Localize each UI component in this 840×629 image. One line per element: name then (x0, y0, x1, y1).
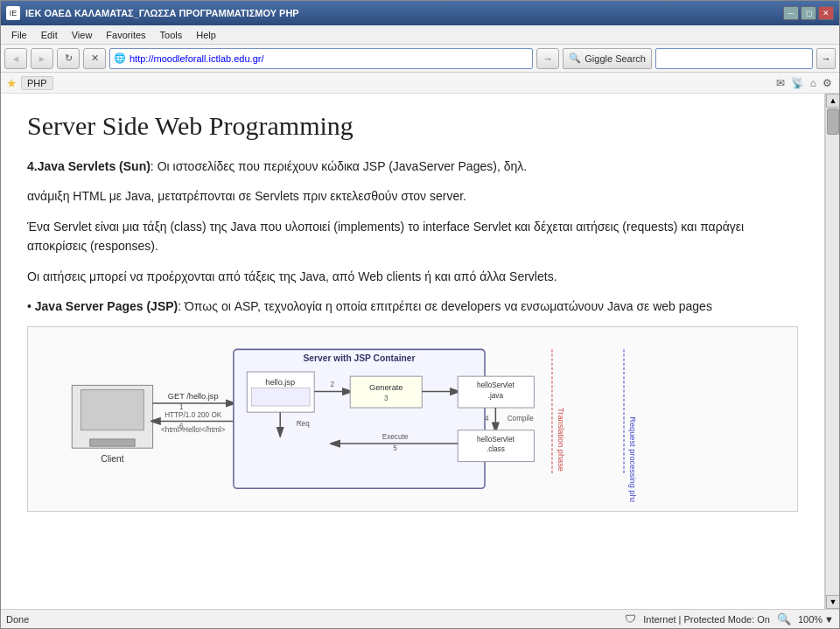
para1-bold: 4.Java Servlets (Sun) (27, 159, 150, 173)
svg-text:4: 4 (485, 416, 489, 423)
para5-rest: : Όπως οι ASP, τεχνολογία η οποία επιτρέ… (178, 299, 712, 313)
svg-text:1: 1 (179, 403, 184, 411)
scroll-up-button[interactable]: ▲ (826, 94, 839, 108)
toolbar-rss-icon[interactable]: 📡 (789, 75, 806, 91)
main-area: Server Side Web Programming 4.Java Servl… (1, 94, 839, 609)
toolbar-mail-icon[interactable]: ✉ (774, 75, 787, 91)
search-engine-badge: 🔍 Giggle Search (563, 48, 652, 69)
address-bar-container: 🌐 (109, 48, 533, 69)
para1-rest: : Οι ιστοσελίδες που περιέχουν κώδικα JS… (150, 159, 527, 173)
svg-text:Client: Client (101, 454, 123, 464)
forward-icon: ► (38, 53, 47, 64)
svg-text:.class: .class (486, 446, 504, 454)
svg-text:3: 3 (383, 395, 388, 402)
para5-bullet: • (27, 299, 32, 313)
svg-text:HTTP/1.0 200 OK: HTTP/1.0 200 OK (164, 412, 222, 420)
close-button[interactable]: ✕ (818, 6, 834, 20)
protection-status: Internet | Protected Mode: On (643, 614, 770, 625)
zoom-dropdown-icon[interactable]: ▼ (824, 614, 834, 625)
favorites-star-icon: ★ (6, 76, 18, 90)
svg-text:5: 5 (393, 445, 397, 453)
scroll-track (826, 108, 839, 595)
zoom-icon: 🔍 (777, 612, 791, 626)
svg-rect-11 (233, 350, 484, 489)
menu-edit[interactable]: Edit (34, 28, 65, 42)
menu-view[interactable]: View (65, 28, 100, 42)
jsp-diagram: Client GET /hello.jsp 1 HTTP/1.0 200 OK … (27, 326, 798, 512)
svg-rect-2 (89, 439, 134, 446)
search-go-button[interactable]: → (816, 48, 836, 69)
refresh-button[interactable]: ↻ (57, 48, 80, 69)
address-input[interactable] (130, 53, 528, 64)
svg-text:2: 2 (330, 381, 334, 389)
svg-text:<html>Hello!</html>: <html>Hello!</html> (161, 426, 225, 434)
minimize-button[interactable]: ─ (783, 6, 799, 20)
para5-bold: Java Server Pages (JSP) (35, 299, 178, 313)
restore-button[interactable]: ◻ (801, 6, 816, 20)
svg-rect-1 (80, 390, 144, 430)
window-controls: ─ ◻ ✕ (783, 6, 834, 20)
search-input[interactable] (655, 48, 813, 69)
content-pane: Server Side Web Programming 4.Java Servl… (1, 94, 825, 609)
paragraph-1: 4.Java Servlets (Sun): Οι ιστοσελίδες πο… (27, 157, 798, 176)
svg-rect-15 (251, 388, 310, 407)
diagram-svg: Client GET /hello.jsp 1 HTTP/1.0 200 OK … (63, 336, 763, 502)
browser-window: IE ΙΕΚ ΟΑΕΔ ΚΑΛΑΜΑΤΑΣ_ΓΛΩΣΣΑ ΠΡΟΓΡΑΜΜΑΤΙ… (0, 0, 840, 629)
status-text: Done (6, 614, 616, 625)
toolbar-right: ✉ 📡 ⌂ ⚙ (774, 75, 834, 91)
svg-text:Execute: Execute (382, 433, 408, 441)
bookmark-php[interactable]: PHP (21, 76, 53, 90)
svg-text:hello.jsp: hello.jsp (265, 379, 295, 388)
paragraph-2: ανάμιξη HTML με Java, μετατρέπονται σε S… (27, 186, 798, 206)
svg-text:Server with JSP Container: Server with JSP Container (303, 353, 415, 363)
title-bar-left: IE ΙΕΚ ΟΑΕΔ ΚΑΛΑΜΑΤΑΣ_ΓΛΩΣΣΑ ΠΡΟΓΡΑΜΜΑΤΙ… (6, 6, 299, 20)
svg-text:Request processing phase: Request processing phase (628, 417, 637, 502)
nav-right: 🔍 Giggle Search → (563, 48, 836, 69)
svg-rect-18 (350, 376, 422, 408)
zoom-value: 100% (798, 614, 822, 625)
svg-text:Translation phase: Translation phase (556, 408, 565, 472)
svg-text:helloServlet: helloServlet (476, 436, 514, 444)
paragraph-4: Οι αιτήσεις μπορεί να προέρχονται από τά… (27, 267, 798, 286)
back-icon: ◄ (11, 53, 21, 64)
go-button[interactable]: → (536, 48, 559, 69)
menu-bar: File Edit View Favorites Tools Help (1, 25, 839, 45)
status-right: 🛡 Internet | Protected Mode: On 🔍 100% ▼ (625, 612, 834, 626)
toolbar-tools-icon[interactable]: ⚙ (821, 75, 834, 91)
menu-tools[interactable]: Tools (153, 28, 190, 42)
toolbar-home-icon[interactable]: ⌂ (808, 75, 818, 91)
paragraph-3: Ένα Servlet είναι μια τάξη (class) της J… (27, 217, 798, 256)
paragraph-5: • Java Server Pages (JSP): Όπως οι ASP, … (27, 297, 798, 316)
window-title: ΙΕΚ ΟΑΕΔ ΚΑΛΑΜΑΤΑΣ_ΓΛΩΣΣΑ ΠΡΟΓΡΑΜΜΑΤΙΣΜΟ… (25, 8, 299, 18)
svg-text:GET /hello.jsp: GET /hello.jsp (167, 392, 218, 401)
menu-help[interactable]: Help (189, 28, 223, 42)
refresh-icon: ↻ (65, 52, 73, 64)
svg-text:Req: Req (296, 420, 309, 428)
svg-text:Generate: Generate (369, 383, 402, 392)
nav-bar: ◄ ► ↻ ✕ 🌐 → 🔍 Giggle Search → (1, 45, 839, 73)
svg-text:Compile: Compile (507, 416, 533, 423)
shield-icon: 🛡 (625, 612, 636, 626)
scroll-down-button[interactable]: ▼ (826, 595, 839, 609)
zoom-level: 100% ▼ (798, 614, 834, 625)
svg-text:6: 6 (179, 423, 184, 430)
address-icon: 🌐 (114, 52, 126, 64)
stop-icon: ✕ (91, 52, 99, 64)
back-button[interactable]: ◄ (4, 48, 27, 69)
search-engine-icon: 🔍 (569, 52, 581, 64)
svg-text:helloServlet: helloServlet (476, 382, 514, 390)
bookmarks-bar: ★ PHP ✉ 📡 ⌂ ⚙ (1, 73, 839, 94)
title-bar: IE ΙΕΚ ΟΑΕΔ ΚΑΛΑΜΑΤΑΣ_ΓΛΩΣΣΑ ΠΡΟΓΡΑΜΜΑΤΙ… (1, 1, 839, 25)
page-title: Server Side Web Programming (27, 111, 798, 141)
menu-favorites[interactable]: Favorites (99, 28, 152, 42)
status-bar: Done 🛡 Internet | Protected Mode: On 🔍 1… (1, 609, 839, 628)
stop-button[interactable]: ✕ (83, 48, 106, 69)
scrollbar: ▲ ▼ (825, 94, 839, 609)
svg-text:.java: .java (487, 392, 503, 400)
forward-button[interactable]: ► (31, 48, 53, 69)
menu-file[interactable]: File (4, 28, 34, 42)
go-icon: → (543, 53, 553, 64)
search-engine-label: Giggle Search (584, 53, 646, 64)
scroll-thumb[interactable] (827, 108, 839, 135)
browser-icon: IE (6, 6, 20, 20)
